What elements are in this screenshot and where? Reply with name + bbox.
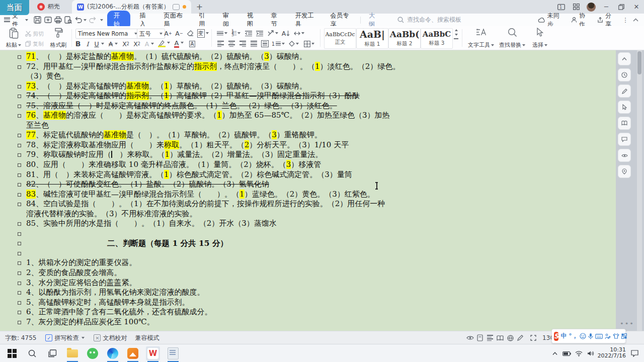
comment-icon[interactable] — [618, 133, 631, 146]
bullet-list-button[interactable] — [215, 29, 228, 38]
shrink-font-button[interactable]: A− — [174, 29, 184, 38]
styles-gallery-icon[interactable] — [454, 38, 458, 39]
cut-button[interactable]: 剪切 — [25, 30, 44, 38]
history-icon[interactable] — [618, 68, 631, 81]
find-replace-button[interactable]: 查找替换 — [498, 28, 526, 49]
scrollbar-thumb[interactable] — [637, 51, 641, 74]
undo-button[interactable] — [73, 15, 88, 25]
style-normal[interactable]: AaBbCcDc 正文 — [324, 28, 356, 49]
eye-protection-mode-button[interactable] — [465, 333, 475, 343]
copy-button[interactable]: 复制 — [25, 40, 44, 48]
decrease-indent-button[interactable] — [244, 29, 254, 38]
text-tool-button[interactable]: 文字工具 — [467, 28, 495, 49]
taskbar-edge[interactable] — [106, 346, 120, 360]
fullscreen-button[interactable] — [528, 333, 538, 343]
side-more-dots[interactable]: ••• — [620, 320, 634, 327]
collapse-ribbon-icon[interactable] — [631, 15, 641, 25]
text-direction-button[interactable] — [266, 29, 280, 38]
ime-keyboard-icon[interactable] — [595, 334, 603, 339]
print-button[interactable] — [53, 15, 63, 25]
tab-docer[interactable]: ❋ 稻壳 — [32, 0, 65, 14]
font-name-select[interactable]: Times New Roma — [75, 29, 140, 39]
font-color-button[interactable]: A — [172, 38, 186, 47]
clock[interactable]: 10:31 2022/7/16 — [597, 347, 626, 359]
tray-expand-button[interactable] — [549, 346, 560, 360]
taskbar-wps[interactable]: W — [146, 346, 160, 360]
underline-button[interactable]: U — [93, 39, 106, 48]
style-heading2[interactable]: AaBb( 标题 2 — [388, 28, 421, 49]
justify-button[interactable] — [249, 39, 259, 48]
task-view-button[interactable] — [45, 346, 59, 360]
show-marks-button[interactable] — [292, 29, 306, 38]
read-mode-icon[interactable] — [618, 117, 631, 130]
battery-icon[interactable] — [560, 346, 573, 360]
taskbar-file-explorer[interactable] — [65, 346, 79, 360]
select-cursor-icon[interactable] — [618, 101, 631, 114]
page-view-button[interactable] — [475, 333, 485, 343]
styles-more-icon[interactable] — [455, 34, 458, 36]
ink-pen-button[interactable] — [515, 333, 525, 343]
superscript-button[interactable]: X2 — [121, 39, 131, 48]
ime-punctuation-icon[interactable]: °， — [569, 332, 578, 340]
select-button[interactable]: 选择 — [529, 28, 550, 49]
format-painter-button[interactable]: 格式刷 — [48, 28, 68, 49]
numbered-list-button[interactable]: 1─2─3─ — [229, 29, 243, 38]
char-shading-button[interactable]: A — [187, 39, 197, 48]
scroll-top-button[interactable] — [618, 52, 631, 65]
distribute-button[interactable] — [260, 39, 270, 48]
taskbar-notepad[interactable] — [166, 346, 180, 360]
document-page[interactable]: 71、（ ）是标定盐酸的基准物。（1）硫代硫酸钠。（2）硫酸钠。（3）碳酸纳。7… — [0, 50, 616, 331]
print-preview-button[interactable] — [63, 15, 73, 25]
location-icon[interactable] — [618, 165, 631, 178]
wifi-icon[interactable] — [573, 346, 585, 360]
style-heading3[interactable]: AaBbC 标题 3 — [421, 28, 453, 49]
vertical-scrollbar[interactable] — [637, 50, 642, 331]
clear-format-button[interactable] — [185, 29, 195, 38]
align-right-button[interactable] — [237, 39, 248, 48]
font-size-select[interactable]: 五号 — [137, 29, 165, 39]
ime-skin-icon[interactable] — [613, 333, 619, 339]
taskbar-green-app[interactable] — [86, 346, 100, 360]
action-center-button[interactable] — [628, 346, 641, 360]
spell-check-toggle[interactable]: ✓ 拼写检查 — [45, 334, 85, 342]
ime-handwrite-icon[interactable] — [605, 333, 611, 339]
more-menu-icon[interactable]: ⋮ — [620, 15, 630, 25]
start-button[interactable] — [5, 346, 19, 360]
more-commands-icon[interactable] — [98, 15, 104, 25]
strikethrough-button[interactable]: A — [107, 39, 120, 48]
sort-button[interactable]: A — [281, 29, 291, 38]
output-button[interactable] — [43, 15, 53, 25]
edit-pen-icon[interactable] — [618, 84, 631, 98]
ime-toolbox-icon[interactable] — [621, 333, 627, 339]
style-heading1[interactable]: AaB| 标题 1 — [356, 28, 388, 49]
line-spacing-button[interactable]: 1 — [271, 39, 286, 48]
outline-view-button[interactable] — [485, 333, 495, 343]
taskbar-search-button[interactable] — [25, 346, 39, 360]
ime-mic-icon[interactable] — [588, 333, 593, 339]
align-center-button[interactable] — [226, 39, 236, 48]
close-button[interactable]: ✕ — [629, 0, 644, 14]
phonetic-guide-button[interactable]: 变 — [196, 29, 209, 38]
sogou-logo-icon[interactable]: S — [554, 332, 558, 341]
increase-indent-button[interactable] — [255, 29, 265, 38]
redo-button[interactable] — [88, 15, 98, 25]
save-button[interactable] — [32, 15, 42, 25]
ime-mode-chinese[interactable]: 中 — [560, 332, 567, 340]
ime-emoji-icon[interactable] — [580, 333, 586, 339]
italic-button[interactable]: I — [84, 39, 92, 48]
volume-icon[interactable] — [585, 346, 597, 360]
subscript-button[interactable]: X2 — [132, 39, 142, 48]
borders-button[interactable] — [302, 39, 316, 48]
proofread-button[interactable]: ✕ 文档校对 — [94, 334, 127, 342]
paste-button[interactable]: 粘贴 — [4, 28, 23, 49]
command-search-input[interactable]: 查找命令、搜索模板 — [397, 16, 538, 24]
eye-protect-icon[interactable] — [618, 149, 631, 162]
read-layout-button[interactable] — [495, 333, 505, 343]
align-left-button[interactable] — [215, 39, 225, 48]
taskbar-image-app[interactable] — [126, 346, 140, 360]
shading-button[interactable] — [287, 39, 301, 48]
bold-button[interactable]: B — [73, 39, 83, 48]
grow-font-button[interactable]: A+ — [163, 29, 173, 38]
styles-scroll-up-icon[interactable] — [455, 29, 458, 31]
text-effects-button[interactable]: A — [143, 39, 156, 48]
